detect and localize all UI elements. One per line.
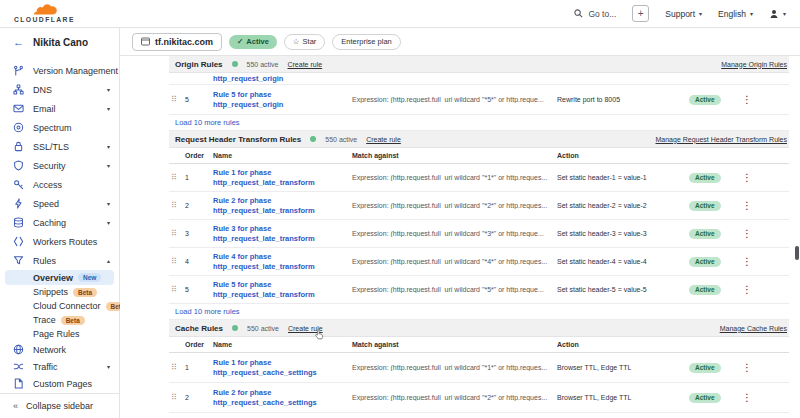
goto-search[interactable]: Go to...	[574, 9, 616, 19]
create-rule-link[interactable]: Create rule	[366, 136, 401, 143]
rule-order: 2	[185, 394, 213, 401]
kebab-menu-icon[interactable]: ⋮	[742, 201, 752, 211]
kebab-menu-icon[interactable]: ⋮	[742, 285, 752, 295]
person-icon	[769, 9, 779, 19]
sidebar-item-page-rules[interactable]: Page Rules	[0, 327, 119, 341]
create-rule-link[interactable]: Create rule	[288, 325, 323, 332]
sidebar-item-caching[interactable]: Caching ▾	[0, 213, 119, 232]
manage-origin-rules-link[interactable]: Manage Origin Rules	[721, 61, 787, 68]
rule-order: 1	[185, 364, 213, 371]
support-menu[interactable]: Support ▾	[665, 9, 702, 19]
rule-name-link[interactable]: Rule 5 for phasehttp_request_origin	[213, 90, 352, 109]
rule-name-link[interactable]: Rule 3 for phasehttp_request_late_transf…	[213, 224, 352, 243]
kebab-menu-icon[interactable]: ⋮	[742, 363, 752, 373]
scrollbar-thumb[interactable]	[795, 246, 799, 260]
drag-handle-icon[interactable]: ⠿	[169, 258, 185, 266]
section-title: Cache Rules	[175, 324, 223, 333]
star-button[interactable]: ☆ Star	[284, 34, 326, 50]
sidebar-item-spectrum[interactable]: Spectrum	[0, 118, 119, 137]
plan-badge: Enterprise plan	[332, 34, 400, 50]
rule-match: Expression: (http.request.full_uri wildc…	[352, 364, 557, 371]
beta-badge: Beta	[73, 288, 97, 297]
caret-down-icon: ▾	[107, 162, 110, 169]
sidebar-item-rules[interactable]: Rules ▴	[0, 251, 119, 270]
sidebar-item-workers-routes[interactable]: Workers Routes	[0, 232, 119, 251]
sidebar-item-access[interactable]: Access	[0, 175, 119, 194]
sidebar-item-version-management[interactable]: Version Management	[0, 61, 119, 80]
zone-selector[interactable]: tf.nikitac.com	[132, 33, 222, 51]
rule-order: 2	[185, 202, 213, 209]
col-order: Order	[185, 152, 213, 159]
load-more-link[interactable]: Load 10 more rules	[175, 118, 240, 127]
back-arrow-icon[interactable]: ←	[13, 36, 24, 48]
cloudflare-cloud-icon	[29, 4, 59, 15]
rule-order: 4	[185, 258, 213, 265]
kebab-menu-icon[interactable]: ⋮	[742, 257, 752, 267]
collapse-sidebar-button[interactable]: « Collapse sidebar	[0, 393, 119, 418]
table-row: ⠿ 1 Rule 1 for phasehttp_request_late_tr…	[169, 164, 789, 192]
shield-icon	[13, 160, 24, 171]
status-badge: Active	[689, 363, 721, 373]
collapse-label: Collapse sidebar	[26, 401, 93, 411]
logo-wordmark: CLOUDFLARE	[14, 16, 75, 23]
rule-order: 5	[185, 96, 213, 103]
manage-cache-rules-link[interactable]: Manage Cache Rules	[720, 325, 787, 332]
sidebar-item-speed[interactable]: Speed ▾	[0, 194, 119, 213]
rule-action: Set static header-5 = value-5	[557, 286, 689, 293]
status-badge: Active	[689, 285, 721, 295]
rule-action: Set static header-4 = value-4	[557, 258, 689, 265]
load-more-link[interactable]: Load 10 more rules	[175, 307, 240, 316]
sidebar-item-overview[interactable]: Overview New	[5, 270, 114, 285]
cloudflare-logo[interactable]: CLOUDFLARE	[14, 4, 75, 23]
sidebar-item-snippets[interactable]: Snippets Beta	[0, 285, 119, 299]
section-title: Origin Rules	[175, 60, 223, 69]
sidebar-item-ssl-tls[interactable]: SSL/TLS ▾	[0, 137, 119, 156]
rule-match: Expression: (http.request.full_uri wildc…	[352, 258, 557, 265]
rule-name-link[interactable]: Rule 2 for phasehttp_request_cache_setti…	[213, 388, 352, 407]
sidebar-item-email[interactable]: Email ▾	[0, 99, 119, 118]
cloudflare-dashboard: CLOUDFLARE Go to... + Support ▾ English …	[0, 0, 800, 418]
language-menu[interactable]: English ▾	[718, 9, 753, 19]
rule-match: Expression: (http.request.full_uri wildc…	[352, 96, 557, 103]
top-header: CLOUDFLARE Go to... + Support ▾ English …	[0, 0, 800, 28]
drag-handle-icon[interactable]: ⠿	[169, 96, 185, 104]
status-badge: Active	[689, 393, 721, 403]
drag-handle-icon[interactable]: ⠿	[169, 174, 185, 182]
kebab-menu-icon[interactable]: ⋮	[742, 173, 752, 183]
rule-name-link[interactable]: Rule 1 for phasehttp_request_late_transf…	[213, 168, 352, 187]
sidebar-item-cloud-connector[interactable]: Cloud Connector Beta	[0, 299, 119, 313]
kebab-menu-icon[interactable]: ⋮	[742, 229, 752, 239]
manage-transform-rules-link[interactable]: Manage Request Header Transform Rules	[655, 136, 787, 143]
create-rule-link[interactable]: Create rule	[287, 61, 322, 68]
account-menu[interactable]: ▾	[769, 9, 786, 19]
kebab-menu-icon[interactable]: ⋮	[742, 393, 752, 403]
sidebar-item-trace[interactable]: Trace Beta	[0, 313, 119, 327]
workers-icon	[13, 236, 24, 247]
rule-name-link[interactable]: Rule 5 for phasehttp_request_late_transf…	[213, 280, 352, 299]
sidebar-item-network[interactable]: Network	[0, 341, 119, 358]
sidebar-item-custom-pages[interactable]: Custom Pages	[0, 375, 119, 392]
rule-action: Set static header-1 = value-1	[557, 174, 689, 181]
main-content: tf.nikitac.com ✓ Active ☆ Star Enterpris…	[120, 28, 800, 418]
drag-handle-icon[interactable]: ⠿	[169, 230, 185, 238]
zone-bar: tf.nikitac.com ✓ Active ☆ Star Enterpris…	[120, 28, 800, 56]
add-button[interactable]: +	[632, 5, 649, 22]
sidebar-item-dns[interactable]: DNS ▾	[0, 80, 119, 99]
rule-name-link[interactable]: Rule 2 for phasehttp_request_late_transf…	[213, 196, 352, 215]
drag-handle-icon[interactable]: ⠿	[169, 364, 185, 372]
key-icon	[13, 179, 24, 190]
sidebar-item-traffic[interactable]: Traffic ▾	[0, 358, 119, 375]
rule-name-link[interactable]: Rule 1 for phasehttp_request_cache_setti…	[213, 358, 352, 377]
kebab-menu-icon[interactable]: ⋮	[742, 95, 752, 105]
drag-handle-icon[interactable]: ⠿	[169, 286, 185, 294]
rule-action: Browser TTL, Edge TTL	[557, 364, 689, 371]
status-badge: Active	[689, 257, 721, 267]
language-label: English	[718, 9, 746, 19]
rule-match: Expression: (http.request.full_uri wildc…	[352, 230, 557, 237]
drag-handle-icon[interactable]: ⠿	[169, 202, 185, 210]
page-icon	[13, 378, 24, 389]
rule-name-link[interactable]: Rule 4 for phasehttp_request_late_transf…	[213, 252, 352, 271]
branch-icon	[13, 65, 24, 76]
sidebar-item-security[interactable]: Security ▾	[0, 156, 119, 175]
drag-handle-icon[interactable]: ⠿	[169, 394, 185, 402]
